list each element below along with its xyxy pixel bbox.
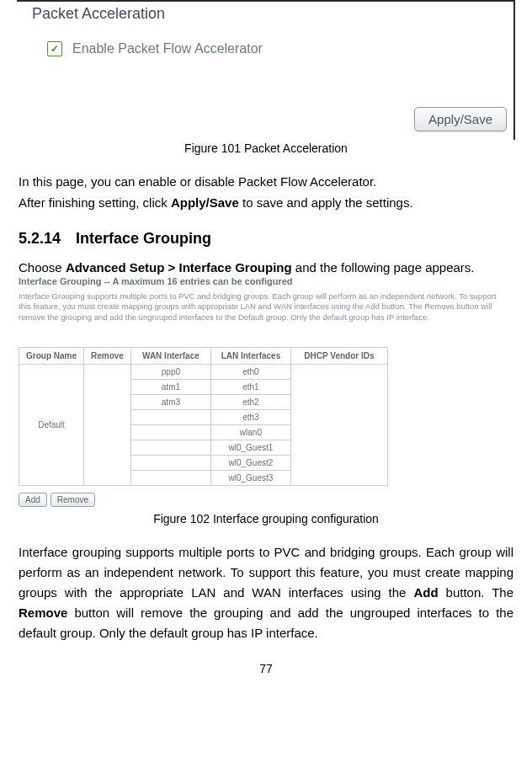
table-header-row: Group Name Remove WAN Interface LAN Inte… [19,347,388,364]
figure-102-caption: Figure 102 Interface grouping configurat… [19,512,513,525]
interface-grouping-panel: Interface Grouping -- A maximum 16 entri… [19,276,513,507]
section-heading: 5.2.14Interface Grouping [19,230,513,248]
col-remove: Remove [84,347,131,364]
intro-line-1: In this page, you can enable or disable … [19,172,513,191]
cell-wan [130,424,210,440]
apply-save-button[interactable]: Apply/Save [414,107,507,131]
add-button[interactable]: Add [19,493,47,507]
col-lan: LAN Interfaces [210,347,290,364]
choose-path: Choose Advanced Setup > Interface Groupi… [19,260,513,275]
grouping-title: Interface Grouping -- A maximum 16 entri… [19,276,513,286]
cell-wan: atm1 [130,379,210,394]
enable-checkbox-label: Enable Packet Flow Accelerator [72,41,263,56]
cell-lan: eth2 [210,394,290,409]
cell-vendor [290,364,387,485]
packet-accel-panel: Packet Acceleration ✓ Enable Packet Flow… [17,0,515,140]
cell-group-name: Default [19,364,84,485]
cell-lan: eth3 [210,409,290,424]
col-vendor: DHCP Vendor IDs [290,347,387,364]
cell-wan: atm3 [130,394,210,409]
cell-lan: wl0_Guest1 [210,440,290,455]
cell-lan: wl0_Guest3 [210,470,290,485]
cell-wan [130,470,210,485]
check-icon: ✓ [51,44,59,54]
intro-line-2: After finishing setting, click Apply/Sav… [19,193,513,212]
section-title: Interface Grouping [76,230,211,247]
section-number: 5.2.14 [19,230,61,247]
col-group: Group Name [19,347,84,364]
cell-wan [130,409,210,424]
col-wan: WAN Interface [130,347,210,364]
enable-checkbox-row: ✓ Enable Packet Flow Accelerator [47,41,507,56]
page-number: 77 [19,662,513,675]
cell-remove [84,364,131,485]
cell-lan: eth0 [210,364,290,379]
cell-lan: eth1 [210,379,290,394]
cell-lan: wlan0 [210,424,290,440]
cell-lan: wl0_Guest2 [210,455,290,470]
panel-title: Packet Acceleration [32,5,507,23]
enable-checkbox[interactable]: ✓ [47,41,62,56]
table-row: Default ppp0 eth0 [19,364,388,379]
body-paragraph: Interface grouping supports multiple por… [19,542,513,643]
grouping-hint: Interface Grouping supports multiple por… [19,291,503,323]
figure-101-caption: Figure 101 Packet Acceleration [19,141,513,155]
cell-wan [130,440,210,455]
grouping-table: Group Name Remove WAN Interface LAN Inte… [19,347,388,486]
cell-wan [130,455,210,470]
cell-wan: ppp0 [130,364,210,379]
remove-button[interactable]: Remove [51,493,95,507]
